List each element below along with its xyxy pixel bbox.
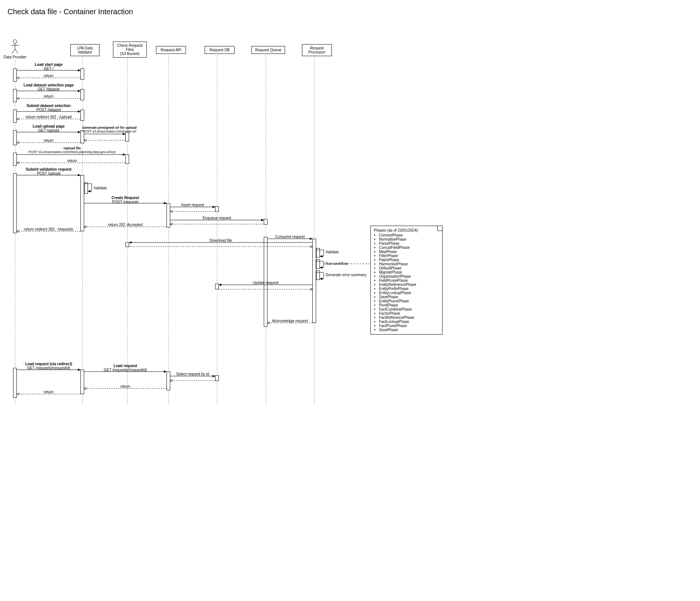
- activation: [312, 239, 316, 323]
- phase-item: EntityReferencePhase: [379, 283, 439, 287]
- phase-item: EntityPrefixPhase: [379, 287, 439, 291]
- actor-data-provider: [11, 39, 19, 54]
- phases-note: Phases (as of 23/01/2024): ConvertPhaseN…: [370, 226, 443, 335]
- activation: [166, 203, 170, 228]
- phase-item: FactPrunePhase: [379, 324, 439, 328]
- participant-request-api: Request API: [156, 46, 186, 54]
- msg-load-request: Load request GET /requests/{requestId}: [85, 364, 165, 372]
- activation: [84, 183, 88, 194]
- activation: [215, 284, 219, 289]
- participant-request-db: Request DB: [205, 46, 235, 54]
- lifeline-queue: [266, 54, 266, 405]
- diagram-title: Check data file - Container Interaction: [7, 7, 693, 16]
- activation: [13, 153, 17, 166]
- msg-enqueue-request: Enqueue request: [171, 216, 263, 220]
- phase-item: PivotPhase: [379, 303, 439, 307]
- phase-item: HarmonisePhase: [379, 262, 439, 266]
- activation: [13, 130, 17, 145]
- msg-create-request: Create Request POST /requests: [85, 196, 165, 204]
- msg-return: return: [18, 74, 79, 78]
- msg-upload-file: Upload file POST s3.amazonaws.com/check.…: [18, 147, 126, 154]
- phase-item: ConcatFieldPhase: [379, 245, 439, 250]
- participant-lpa-validator: LPA Data Validator: [70, 44, 100, 56]
- activation: [80, 175, 84, 231]
- phase-item: NormalisePhase: [379, 237, 439, 241]
- activation: [13, 110, 17, 123]
- msg-ack-request: Acknowledge request: [269, 319, 311, 323]
- msg-return: return: [18, 159, 126, 163]
- actor-label: Data Provider: [0, 55, 30, 59]
- activation: [316, 259, 320, 269]
- msg-submit-dataset: Submit dataset selection POST /dataset: [18, 104, 79, 112]
- phase-item: ParsePhase: [379, 241, 439, 245]
- participant-s3-bucket: Check Request Files (S3 Bucket): [113, 42, 147, 58]
- msg-load-upload: Load upload page GET /upload: [18, 124, 79, 132]
- msg-update-request: Update request: [220, 281, 311, 285]
- msg-submit-validation: Submit validation request POST /upload: [18, 167, 79, 176]
- msg-gen-error-summary: Generate error summary: [325, 273, 366, 277]
- activation: [13, 68, 17, 82]
- activation: [13, 89, 17, 102]
- participant-request-processor: Request Processor: [302, 44, 332, 56]
- msg-validate: Validate: [94, 186, 107, 190]
- lifeline-db: [217, 54, 217, 405]
- msg-return-redirect-requests: return redirect 302 : /requests: [18, 227, 79, 231]
- participant-request-queue: Request Queue: [251, 46, 285, 54]
- phase-item: OrganisationPhase: [379, 274, 439, 278]
- activation: [125, 242, 129, 247]
- activation: [80, 68, 84, 80]
- msg-load-start: Load start page GET /: [18, 62, 79, 71]
- phase-item: DefaultPhase: [379, 266, 439, 270]
- svg-line-3: [12, 49, 15, 54]
- msg-return-redirect-upload: return redirect 302 : /upload: [18, 115, 79, 119]
- activation: [166, 372, 170, 390]
- msg-return-accepted: return 202: Accepted: [85, 223, 165, 227]
- phase-item: FilterPhase: [379, 254, 439, 258]
- phase-item: EntityLookupPhase: [379, 291, 439, 295]
- svg-point-0: [13, 40, 17, 43]
- phase-item: MapPhase: [379, 250, 439, 254]
- activation: [80, 370, 84, 394]
- activation: [80, 110, 84, 121]
- phase-item: EntityPrunePhase: [379, 299, 439, 303]
- msg-download-file: Download file: [130, 238, 311, 242]
- lifeline-api: [168, 54, 169, 405]
- activation: [316, 248, 320, 257]
- activation: [215, 375, 219, 381]
- phase-item: FactLookupPhase: [379, 320, 439, 324]
- msg-load-request-redirect: Load request (via redirect) GET /request…: [18, 362, 79, 370]
- sequence-diagram: Data Provider LPA Data Validator Check R…: [7, 24, 456, 417]
- lifeline-proc: [314, 57, 315, 405]
- activation: [13, 368, 17, 398]
- msg-return: return: [18, 94, 79, 98]
- phase-item: SavePhase: [379, 295, 439, 299]
- phase-item: MigratePhase: [379, 270, 439, 274]
- phase-item: FactCombinePhase: [379, 307, 439, 311]
- activation: [13, 173, 17, 233]
- activation: [264, 219, 268, 225]
- activation: [316, 271, 320, 280]
- msg-run-workflow: Run workflow: [325, 262, 348, 266]
- msg-gen-presigned: Generate presigned url for upload POST s…: [82, 126, 131, 134]
- msg-return: return: [85, 384, 165, 388]
- arrow-overlay: [7, 24, 456, 417]
- phase-item: FactorPhase: [379, 311, 439, 315]
- phase-item: FactReferencePhase: [379, 315, 439, 320]
- phase-item: SavePhase: [379, 328, 439, 332]
- msg-return: return: [18, 138, 79, 143]
- phase-item: FieldPrunePhase: [379, 278, 439, 283]
- svg-line-4: [15, 49, 18, 54]
- phase-item: PatchPhase: [379, 258, 439, 262]
- msg-validate2: Validate: [325, 250, 339, 254]
- msg-select-by-id: Select request by id: [171, 372, 214, 376]
- lifeline-s3: [127, 58, 128, 405]
- activation: [215, 206, 219, 212]
- msg-insert-request: Insert request: [171, 203, 214, 207]
- msg-load-dataset: Load dataset selection page GET /dataset: [18, 83, 79, 91]
- msg-return: return: [18, 390, 79, 394]
- activation: [80, 89, 84, 100]
- note-heading: Phases (as of 23/01/2024):: [374, 228, 439, 232]
- phase-item: ConvertPhase: [379, 233, 439, 237]
